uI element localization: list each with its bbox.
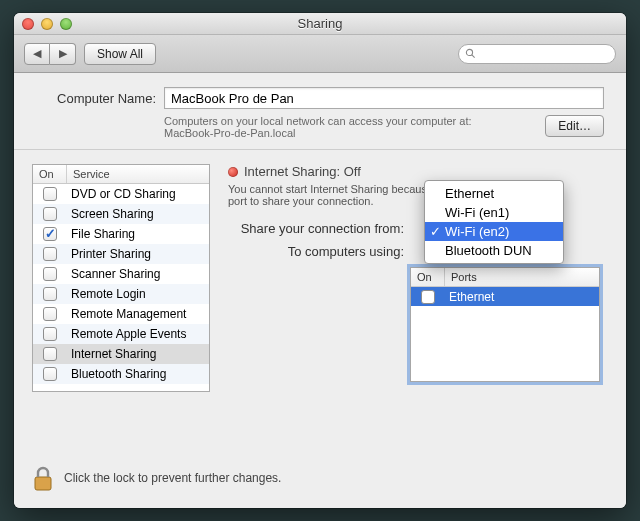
zoom-icon[interactable] — [60, 18, 72, 30]
computer-name-box: Computer Name: Computers on your local n… — [14, 73, 626, 150]
minimize-icon[interactable] — [41, 18, 53, 30]
share-from-option[interactable]: Bluetooth DUN — [425, 241, 563, 260]
service-checkbox[interactable] — [43, 247, 57, 261]
lock-icon[interactable] — [32, 464, 54, 492]
service-checkbox[interactable] — [43, 187, 57, 201]
lock-text: Click the lock to prevent further change… — [64, 471, 281, 485]
service-checkbox[interactable] — [43, 267, 57, 281]
close-icon[interactable] — [22, 18, 34, 30]
service-label: Screen Sharing — [67, 207, 209, 221]
service-row[interactable]: Remote Management — [33, 304, 209, 324]
svg-point-0 — [466, 49, 472, 55]
service-checkbox[interactable] — [43, 287, 57, 301]
computer-name-help: Computers on your local network can acce… — [164, 115, 533, 139]
search-icon — [465, 48, 476, 59]
search-wrap — [458, 44, 616, 64]
service-checkbox[interactable] — [43, 327, 57, 341]
share-from-option[interactable]: Ethernet — [425, 184, 563, 203]
share-from-option[interactable]: Wi-Fi (en1) — [425, 203, 563, 222]
sharing-prefpane-window: Sharing ◀ ▶ Show All Computer Name: Comp… — [14, 13, 626, 508]
edit-button[interactable]: Edit… — [545, 115, 604, 137]
computer-name-label: Computer Name: — [36, 91, 156, 106]
service-row[interactable]: Printer Sharing — [33, 244, 209, 264]
service-checkbox[interactable] — [43, 367, 57, 381]
service-label: Scanner Sharing — [67, 267, 209, 281]
lock-bar: Click the lock to prevent further change… — [14, 454, 626, 508]
share-from-label: Share your connection from: — [228, 221, 404, 236]
main-body: On Service DVD or CD SharingScreen Shari… — [14, 150, 626, 454]
service-checkbox[interactable] — [43, 227, 57, 241]
service-row[interactable]: Internet Sharing — [33, 344, 209, 364]
services-table[interactable]: On Service DVD or CD SharingScreen Shari… — [32, 164, 210, 392]
show-all-button[interactable]: Show All — [84, 43, 156, 65]
service-checkbox[interactable] — [43, 207, 57, 221]
service-label: File Sharing — [67, 227, 209, 241]
service-row[interactable]: Remote Apple Events — [33, 324, 209, 344]
service-row[interactable]: Remote Login — [33, 284, 209, 304]
port-checkbox[interactable] — [421, 290, 435, 304]
services-header: On Service — [33, 165, 209, 184]
service-label: Remote Login — [67, 287, 209, 301]
svg-line-1 — [472, 54, 475, 57]
status-indicator-icon — [228, 167, 238, 177]
ports-header: On Ports — [411, 268, 599, 287]
service-label: Remote Apple Events — [67, 327, 209, 341]
computer-name-field[interactable] — [164, 87, 604, 109]
ports-row[interactable]: Ethernet — [411, 287, 599, 306]
service-row[interactable]: Screen Sharing — [33, 204, 209, 224]
service-label: Printer Sharing — [67, 247, 209, 261]
share-from-dropdown-menu[interactable]: EthernetWi-Fi (en1)Wi-Fi (en2)Bluetooth … — [424, 180, 564, 264]
port-label: Ethernet — [445, 290, 494, 304]
titlebar: Sharing — [14, 13, 626, 35]
service-row[interactable]: Bluetooth Sharing — [33, 364, 209, 384]
service-label: Remote Management — [67, 307, 209, 321]
status-title: Internet Sharing: Off — [244, 164, 361, 179]
service-row[interactable]: Scanner Sharing — [33, 264, 209, 284]
svg-rect-2 — [35, 477, 51, 490]
service-checkbox[interactable] — [43, 307, 57, 321]
service-label: DVD or CD Sharing — [67, 187, 209, 201]
window-title: Sharing — [298, 16, 343, 31]
service-label: Bluetooth Sharing — [67, 367, 209, 381]
traffic-lights — [22, 18, 72, 30]
share-from-option[interactable]: Wi-Fi (en2) — [425, 222, 563, 241]
service-checkbox[interactable] — [43, 347, 57, 361]
service-row[interactable]: DVD or CD Sharing — [33, 184, 209, 204]
detail-pane: Internet Sharing: Off You cannot start I… — [228, 164, 608, 450]
back-button[interactable]: ◀ — [24, 43, 50, 65]
nav-seg: ◀ ▶ — [24, 43, 76, 65]
service-row[interactable]: File Sharing — [33, 224, 209, 244]
ports-table[interactable]: On Ports Ethernet — [410, 267, 600, 382]
content: Computer Name: Computers on your local n… — [14, 73, 626, 508]
service-label: Internet Sharing — [67, 347, 209, 361]
to-computers-label: To computers using: — [228, 244, 404, 259]
toolbar: ◀ ▶ Show All — [14, 35, 626, 73]
search-input[interactable] — [458, 44, 616, 64]
forward-button[interactable]: ▶ — [50, 43, 76, 65]
